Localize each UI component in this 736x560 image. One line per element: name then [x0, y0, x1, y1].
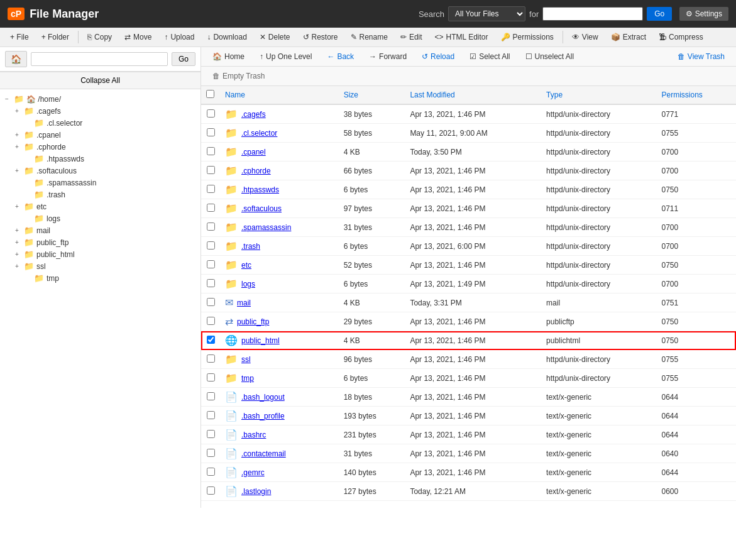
row-checkbox[interactable]	[201, 104, 220, 124]
row-checkbox[interactable]	[201, 143, 220, 162]
file-name-link[interactable]: tmp	[241, 374, 254, 383]
row-name[interactable]: 📁 .trash	[220, 237, 339, 256]
file-name-link[interactable]: public_ftp	[237, 317, 269, 326]
table-row[interactable]: ✉ mail 4 KB Today, 3:31 PM mail 0751	[201, 294, 736, 312]
table-row[interactable]: 📁 .htpasswds 6 bytes Apr 13, 2021, 1:46 …	[201, 180, 736, 199]
file-name-link[interactable]: .cphorde	[241, 167, 271, 175]
row-name[interactable]: ⇄ public_ftp	[220, 312, 339, 331]
tree-item-logs[interactable]: 📁 logs	[3, 212, 198, 224]
row-checkbox[interactable]	[201, 444, 220, 463]
row-checkbox[interactable]	[201, 482, 220, 501]
col-name[interactable]: Name	[220, 86, 339, 104]
row-checkbox[interactable]	[201, 388, 220, 407]
row-name[interactable]: 📁 .softaculous	[220, 199, 339, 218]
file-name-link[interactable]: .htpasswds	[241, 185, 279, 194]
col-type[interactable]: Type	[541, 86, 656, 104]
tree-item-root[interactable]: − 📁 🏠 /home/	[3, 93, 198, 105]
table-row[interactable]: 📄 .bash_logout 18 bytes Apr 13, 2021, 1:…	[201, 388, 736, 407]
search-go-button[interactable]: Go	[647, 7, 672, 21]
row-checkbox[interactable]	[201, 350, 220, 369]
file-name-link[interactable]: logs	[241, 280, 255, 288]
path-go-button[interactable]: Go	[172, 52, 195, 66]
copy-button[interactable]: ⎘ Copy	[82, 30, 117, 44]
table-row[interactable]: 🌐 public_html 4 KB Apr 13, 2021, 1:46 PM…	[201, 331, 736, 350]
collapse-all-button[interactable]: Collapse All	[0, 72, 200, 89]
tree-item-htpasswds[interactable]: 📁 .htpasswds	[3, 153, 198, 165]
file-name-link[interactable]: .gemrc	[241, 468, 265, 477]
file-name-link[interactable]: .cagefs	[241, 110, 266, 119]
tree-item-softaculous[interactable]: + 📁 .softaculous	[3, 165, 198, 177]
tree-item-public-ftp[interactable]: + 📁 public_ftp	[3, 236, 198, 248]
up-one-level-button[interactable]: ↑ Up One Level	[253, 50, 318, 63]
reload-button[interactable]: ↺ Reload	[415, 50, 461, 63]
file-name-link[interactable]: etc	[241, 261, 251, 270]
tree-item-trash[interactable]: 📁 .trash	[3, 189, 198, 200]
row-checkbox[interactable]	[201, 294, 220, 312]
file-name-link[interactable]: .bash_logout	[241, 393, 285, 402]
back-button[interactable]: ← Back	[321, 50, 360, 63]
row-name[interactable]: 📄 .lastlogin	[220, 482, 339, 501]
row-name[interactable]: 📁 .cagefs	[220, 104, 339, 124]
search-input[interactable]	[542, 7, 643, 21]
row-checkbox[interactable]	[201, 312, 220, 331]
row-name[interactable]: 📁 tmp	[220, 369, 339, 388]
tree-item-public-html[interactable]: + 📁 public_html	[3, 248, 198, 260]
edit-button[interactable]: ✏ Edit	[395, 30, 427, 44]
search-scope-select[interactable]: All Your Files File Names Only	[448, 6, 525, 21]
home-dir-button[interactable]: 🏠	[5, 51, 27, 67]
file-name-link[interactable]: .lastlogin	[241, 487, 271, 496]
select-all-checkbox[interactable]	[206, 90, 214, 98]
row-name[interactable]: 📄 .contactemail	[220, 444, 339, 463]
row-checkbox[interactable]	[201, 237, 220, 256]
tree-item-spamassassin[interactable]: 📁 .spamassassin	[3, 177, 198, 189]
table-row[interactable]: 📁 .cphorde 66 bytes Apr 13, 2021, 1:46 P…	[201, 162, 736, 180]
empty-trash-button[interactable]: 🗑 Empty Trash	[206, 69, 271, 83]
html-editor-button[interactable]: <> HTML Editor	[430, 30, 493, 44]
row-checkbox[interactable]	[201, 407, 220, 425]
upload-button[interactable]: ↑ Upload	[159, 30, 199, 44]
file-name-link[interactable]: .bashrc	[241, 431, 266, 439]
move-button[interactable]: ⇄ Move	[119, 30, 157, 44]
tree-item-cagefs[interactable]: + 📁 .cagefs	[3, 105, 198, 117]
row-name[interactable]: 📄 .bashrc	[220, 425, 339, 444]
table-row[interactable]: 📁 ssl 96 bytes Apr 13, 2021, 1:46 PM htt…	[201, 350, 736, 369]
row-name[interactable]: 📄 .bash_logout	[220, 388, 339, 407]
row-checkbox[interactable]	[201, 180, 220, 199]
select-all-button[interactable]: ☑ Select All	[463, 50, 516, 63]
table-row[interactable]: 📁 .spamassassin 31 bytes Apr 13, 2021, 1…	[201, 218, 736, 237]
tree-item-mail[interactable]: + 📁 mail	[3, 224, 198, 236]
col-size[interactable]: Size	[339, 86, 405, 104]
row-name[interactable]: 📁 .htpasswds	[220, 180, 339, 199]
file-name-link[interactable]: ssl	[241, 355, 251, 364]
table-row[interactable]: 📄 .bashrc 231 bytes Apr 13, 2021, 1:46 P…	[201, 425, 736, 444]
row-name[interactable]: 📁 .cphorde	[220, 162, 339, 180]
tree-item-etc[interactable]: + 📁 etc	[3, 200, 198, 212]
file-name-link[interactable]: .softaculous	[241, 204, 282, 213]
row-name[interactable]: 📁 logs	[220, 275, 339, 294]
new-file-button[interactable]: + File	[5, 30, 34, 44]
table-row[interactable]: 📄 .gemrc 140 bytes Apr 13, 2021, 1:46 PM…	[201, 463, 736, 482]
file-name-link[interactable]: .contactemail	[241, 449, 286, 458]
tree-item-cphorde[interactable]: + 📁 .cphorde	[3, 141, 198, 153]
view-button[interactable]: 👁 View	[567, 30, 603, 44]
row-name[interactable]: 🌐 public_html	[220, 331, 339, 350]
row-checkbox[interactable]	[201, 369, 220, 388]
download-button[interactable]: ↓ Download	[202, 30, 251, 44]
row-name[interactable]: 📁 .cpanel	[220, 143, 339, 162]
table-row[interactable]: 📁 etc 52 bytes Apr 13, 2021, 1:46 PM htt…	[201, 256, 736, 275]
restore-button[interactable]: ↺ Restore	[298, 30, 343, 44]
col-checkbox[interactable]	[201, 86, 220, 104]
tree-item-tmp[interactable]: 📁 tmp	[3, 272, 198, 284]
row-name[interactable]: 📁 .spamassassin	[220, 218, 339, 237]
row-checkbox[interactable]	[201, 425, 220, 444]
row-name[interactable]: 📄 .gemrc	[220, 463, 339, 482]
rename-button[interactable]: ✎ Rename	[346, 30, 393, 44]
file-name-link[interactable]: .trash	[241, 242, 260, 251]
tree-item-ssl[interactable]: + 📁 ssl	[3, 260, 198, 272]
col-modified[interactable]: Last Modified	[405, 86, 541, 104]
tree-item-cpanel[interactable]: + 📁 .cpanel	[3, 129, 198, 141]
col-permissions[interactable]: Permissions	[657, 86, 736, 104]
file-name-link[interactable]: .cpanel	[241, 148, 266, 156]
row-checkbox[interactable]	[201, 331, 220, 350]
view-trash-button[interactable]: 🗑 View Trash	[671, 50, 731, 63]
